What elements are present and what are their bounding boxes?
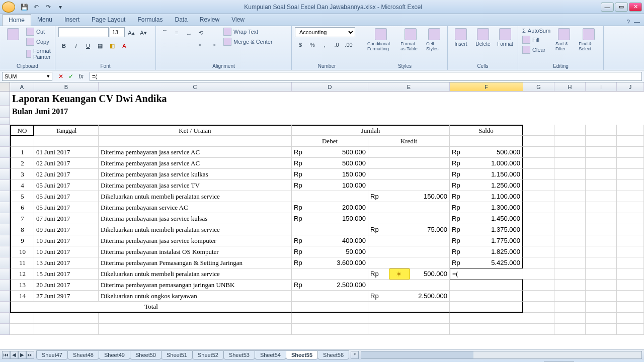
cell[interactable]	[586, 191, 617, 202]
cell[interactable]	[523, 158, 554, 169]
fx-icon[interactable]: fx	[76, 72, 86, 81]
underline-button[interactable]: U	[83, 40, 94, 51]
row-header[interactable]	[0, 202, 10, 213]
cell[interactable]	[523, 180, 554, 191]
border-button[interactable]: ▦	[95, 40, 106, 51]
autosum-button[interactable]: ΣAutoSum	[521, 27, 551, 34]
sheet-tab-sheet53[interactable]: Sheet53	[223, 350, 255, 359]
column-header-F[interactable]: F	[450, 82, 523, 91]
editing-cell[interactable]: =(	[450, 268, 523, 280]
cell-desc[interactable]: Diterima pembayaran service AC	[99, 202, 292, 213]
cell[interactable]	[292, 191, 368, 202]
decrease-indent-icon[interactable]: ⇤	[195, 39, 206, 50]
money-cell[interactable]: Rp100.000	[292, 180, 368, 191]
cell[interactable]	[523, 235, 554, 246]
cell[interactable]	[586, 313, 617, 324]
cell-desc[interactable]: Dikeluarkan untuk membeli peralatan serv…	[99, 268, 292, 280]
cell-no[interactable]: 8	[10, 224, 34, 235]
sheet-nav-prev-icon[interactable]: ◀	[10, 351, 18, 359]
cell[interactable]	[523, 324, 554, 335]
row-header[interactable]	[0, 257, 10, 268]
cell[interactable]	[554, 246, 586, 257]
cell[interactable]	[368, 235, 450, 246]
cell[interactable]	[617, 147, 644, 158]
increase-font-icon[interactable]: A▴	[126, 27, 137, 38]
money-cell[interactable]: Rp2.500.000	[368, 291, 450, 302]
row-header[interactable]	[0, 246, 10, 257]
sheet-tab-sheet56[interactable]: Sheet56	[317, 350, 349, 359]
cell-date[interactable]: 05 Juni 2017	[34, 191, 99, 202]
cell-date[interactable]: 07 Juni 2017	[34, 213, 99, 224]
cell[interactable]	[554, 235, 586, 246]
font-color-button[interactable]: A	[119, 40, 130, 51]
cell[interactable]	[586, 180, 617, 191]
column-header-H[interactable]: H	[554, 82, 586, 91]
cell[interactable]	[99, 324, 292, 335]
sheet-tab-sheet48[interactable]: Sheet48	[67, 350, 99, 359]
cell[interactable]	[617, 224, 644, 235]
sort-filter-button[interactable]: Sort & Filter	[553, 27, 575, 52]
scrollbar-thumb[interactable]	[361, 351, 473, 358]
cell[interactable]	[554, 202, 586, 213]
cell[interactable]	[368, 180, 450, 191]
cell[interactable]	[586, 235, 617, 246]
row-header[interactable]	[0, 180, 10, 191]
sheet-tab-sheet55[interactable]: Sheet55	[286, 350, 318, 359]
align-top-icon[interactable]: ⎴	[159, 27, 170, 38]
cell[interactable]	[617, 324, 644, 335]
cell[interactable]	[617, 158, 644, 169]
minimize-button[interactable]: —	[601, 3, 614, 12]
cell[interactable]	[554, 191, 586, 202]
cell[interactable]	[586, 268, 617, 280]
increase-decimal-icon[interactable]: .0	[331, 39, 342, 50]
enter-formula-icon[interactable]: ✓	[66, 72, 75, 81]
undo-icon[interactable]: ↶	[31, 2, 41, 12]
cell-date[interactable]: 10 Juni 2017	[34, 246, 99, 257]
tab-menu[interactable]: Menu	[31, 14, 58, 26]
tab-formulas[interactable]: Formulas	[131, 14, 169, 26]
row-header[interactable]	[0, 191, 10, 202]
row-header[interactable]	[0, 136, 10, 147]
cell-no[interactable]: 10	[10, 246, 34, 257]
cell[interactable]	[617, 302, 644, 313]
cell[interactable]	[450, 324, 523, 335]
cell-no[interactable]: 12	[10, 268, 34, 280]
money-cell[interactable]: Rp150.000	[292, 213, 368, 224]
decrease-decimal-icon[interactable]: .00	[343, 39, 354, 50]
cell[interactable]	[368, 169, 450, 180]
clear-button[interactable]: Clear	[521, 45, 551, 54]
row-header[interactable]	[0, 213, 10, 224]
cell-desc[interactable]: Diterima pembayaran jasa service kompute…	[99, 235, 292, 246]
cell[interactable]	[554, 125, 586, 136]
cell[interactable]	[586, 147, 617, 158]
row-header[interactable]	[0, 224, 10, 235]
cell-saldo[interactable]: Rp1.100.000	[450, 191, 523, 202]
cell[interactable]	[617, 291, 644, 302]
cell[interactable]	[554, 136, 586, 147]
save-icon[interactable]: 💾	[19, 2, 29, 12]
cell[interactable]	[617, 125, 644, 136]
cell[interactable]	[617, 268, 644, 280]
font-size-input[interactable]	[110, 27, 125, 37]
wrap-text-button[interactable]: Wrap Text	[222, 27, 274, 36]
column-header-B[interactable]: B	[34, 82, 99, 91]
tab-page-layout[interactable]: Page Layout	[86, 14, 131, 26]
row-header[interactable]	[0, 147, 10, 158]
cell[interactable]	[368, 202, 450, 213]
row-header[interactable]	[0, 313, 10, 324]
row-header[interactable]	[0, 158, 10, 169]
money-cell[interactable]: Rp3.600.000	[292, 257, 368, 268]
cell[interactable]	[523, 257, 554, 268]
row-header[interactable]	[0, 106, 10, 118]
cell[interactable]	[368, 158, 450, 169]
percent-format-icon[interactable]: %	[307, 39, 318, 50]
money-cell[interactable]: Rp200.000	[292, 202, 368, 213]
cell[interactable]	[368, 257, 450, 268]
cell-no[interactable]: 14	[10, 291, 34, 302]
money-cell[interactable]: Rp500.000	[368, 268, 450, 280]
cell[interactable]	[617, 191, 644, 202]
cell-desc[interactable]: Diterima pembayaran pemasangan jaringan …	[99, 280, 292, 291]
cell[interactable]	[554, 224, 586, 235]
delete-cells-button[interactable]: Delete	[473, 27, 493, 48]
fill-button[interactable]: Fill	[521, 35, 551, 44]
